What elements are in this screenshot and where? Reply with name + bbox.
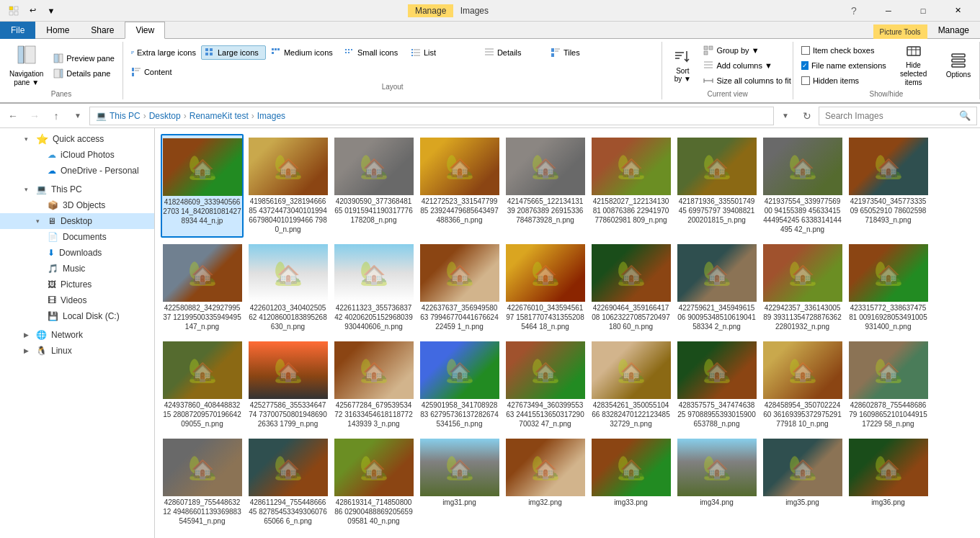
details-btn[interactable]: Details <box>481 45 545 60</box>
close-btn[interactable]: ✕ <box>941 0 974 22</box>
file-ext-checkbox[interactable]: ✓ <box>801 61 808 70</box>
file-item[interactable]: 🏡428607189_75544863212 49486601139369883… <box>161 435 244 529</box>
file-item[interactable]: 🏡421973540_34577333509 65052910 78602598… <box>847 134 930 238</box>
sidebar-item-documents[interactable]: 📄 Documents <box>0 229 154 245</box>
sidebar-item-quick-access[interactable]: ▾ ⭐ Quick access <box>0 131 154 147</box>
content-btn[interactable]: Content <box>128 65 192 79</box>
tab-picture-tools[interactable]: Picture Tools <box>873 24 927 39</box>
file-item[interactable]: 🏡428602878_75544868679 16098652101044915… <box>847 338 930 432</box>
medium-icons-btn[interactable]: Medium icons <box>267 45 339 60</box>
file-item[interactable]: 🏡424937860_40844883215 28087209570196642… <box>161 338 244 432</box>
tab-share[interactable]: Share <box>80 22 125 39</box>
sidebar-item-videos[interactable]: 🎞 Videos <box>0 292 154 308</box>
sidebar-item-3d[interactable]: 📦 3D Objects <box>0 197 154 213</box>
file-item[interactable]: 🏡428611294_75544866645 82785453349306076… <box>246 435 329 529</box>
file-item[interactable]: 🏡422637637_35694958063 79946770441676624… <box>418 241 501 335</box>
file-item[interactable]: 🏡425277586_35533464774 73700750801948690… <box>246 338 329 432</box>
file-item[interactable]: 🏡423315772_33863747581 00916928053491005… <box>847 241 930 335</box>
sidebar-item-desktop[interactable]: ▾ 🖥 Desktop <box>0 213 154 229</box>
group-by-btn[interactable]: Group by ▼ <box>700 43 794 58</box>
file-item[interactable]: 🏡422690464_35916641708 10623227085720497… <box>589 241 672 335</box>
hidden-items-checkbox[interactable] <box>801 76 810 85</box>
file-item[interactable]: 🏡420390590_37736848165 01915941190317776… <box>332 134 415 238</box>
hidden-items-btn[interactable]: Hidden items <box>798 73 886 88</box>
address-this-pc[interactable]: This PC <box>110 111 141 121</box>
item-check-checkbox[interactable] <box>801 46 810 55</box>
sidebar-item-this-pc[interactable]: ▾ 💻 This PC <box>0 181 154 197</box>
file-item[interactable]: 🏡422611323_35573683742 40206205152968039… <box>332 241 415 335</box>
file-item[interactable]: 🏡img36.png <box>847 435 930 529</box>
small-icons-btn[interactable]: Small icons <box>341 45 406 60</box>
size-columns-btn[interactable]: Size all columns to fit <box>700 73 794 88</box>
file-item[interactable]: 🏡422942357_33614300589 39311354728876362… <box>761 241 844 335</box>
options-btn[interactable]: Options <box>942 43 975 86</box>
sidebar-item-linux[interactable]: ▶ 🐧 Linux <box>0 343 154 359</box>
file-item[interactable]: 🏡427673494_36039955363 24415513650317290… <box>504 338 587 432</box>
sidebar-item-local-disk[interactable]: 💾 Local Disk (C:) <box>0 308 154 324</box>
preview-pane-btn[interactable]: Preview pane <box>50 51 118 66</box>
file-item[interactable]: 🏡425901958_34170892883 62795736137282674… <box>418 338 501 432</box>
large-icons-btn[interactable]: Large icons <box>201 45 266 60</box>
file-item[interactable]: 🏡422676010_34359456197 15817707431355208… <box>504 241 587 335</box>
list-btn[interactable]: List <box>407 45 479 60</box>
file-item[interactable]: 🏡421937554_33997756900 94155389 45633415… <box>761 134 844 238</box>
file-item[interactable]: 🏡422601203_34040250562 41208600183895268… <box>246 241 329 335</box>
file-item[interactable]: 🏡419856169_32819466685 43724473040101994… <box>246 134 329 238</box>
navigation-pane-btn[interactable]: Navigationpane ▼ <box>4 44 48 87</box>
file-item[interactable]: 🏡img34.png <box>675 435 758 529</box>
item-checkboxes-btn[interactable]: Item check boxes <box>798 43 886 58</box>
file-item[interactable]: 🏡421871936_33550174945 69975797 39408821… <box>675 134 758 238</box>
file-item[interactable]: 🏡img32.png <box>504 435 587 529</box>
file-item[interactable]: 🏡img33.png <box>589 435 672 529</box>
file-item[interactable]: 🏡421272523_33154779985 23924479685643497… <box>418 134 501 238</box>
file-ext-btn[interactable]: ✓ File name extensions <box>798 58 886 73</box>
file-item[interactable]: 🏡428458954_35070222460 36169395372975291… <box>761 338 844 432</box>
forward-btn[interactable]: → <box>24 106 45 126</box>
onedrive-icon: ☁ <box>48 166 56 176</box>
file-item[interactable]: 🏡428619314_71485080086 02900488869205659… <box>332 435 415 529</box>
address-images[interactable]: Images <box>257 111 285 121</box>
help-btn[interactable]: ? <box>837 0 870 22</box>
file-item[interactable]: 🏡422580882_34292799537 12199500335949495… <box>161 241 244 335</box>
sidebar-item-music[interactable]: 🎵 Music <box>0 261 154 277</box>
sort-by-btn[interactable]: Sortby ▼ <box>667 44 698 87</box>
address-desktop[interactable]: Desktop <box>149 111 181 121</box>
file-item[interactable]: 🏡425677284_67953953472 31633454618118772… <box>332 338 415 432</box>
maximize-btn[interactable]: □ <box>906 0 940 22</box>
search-box[interactable]: 🔍 <box>819 107 977 125</box>
tiles-btn[interactable]: Tiles <box>547 45 619 60</box>
search-input[interactable] <box>825 111 959 121</box>
file-item[interactable]: 🏡img31.png <box>418 435 501 529</box>
back-btn[interactable]: ← <box>3 106 23 126</box>
file-item[interactable]: 🏡428357575_34747463825 97088955393015900… <box>675 338 758 432</box>
refresh-btn[interactable]: ↻ <box>797 106 817 126</box>
address-bar[interactable]: 💻 This PC › Desktop › RenameKit test › I… <box>89 107 774 125</box>
file-item[interactable]: 🏡418248609_3339405662703 14_842081081427… <box>161 134 244 238</box>
sidebar-item-onedrive[interactable]: ☁ OneDrive - Personal <box>0 163 154 179</box>
add-columns-btn[interactable]: Add columns ▼ <box>700 58 794 73</box>
file-item[interactable]: 🏡421475665_12213413139 20876389 26915336… <box>504 134 587 238</box>
sidebar-item-network[interactable]: ▶ 🌐 Network <box>0 327 154 343</box>
tab-home[interactable]: Home <box>35 22 80 39</box>
file-item[interactable]: 🏡428354261_35005510466 83282470122123485… <box>589 338 672 432</box>
address-dropdown-btn[interactable]: ▼ <box>775 106 796 126</box>
sidebar-item-pictures[interactable]: 🖼 Pictures <box>0 277 154 292</box>
undo-btn[interactable]: ↩ <box>24 3 40 19</box>
tab-manage[interactable]: Manage <box>927 22 980 39</box>
extra-large-icons-btn[interactable]: Extra large icons <box>128 45 200 60</box>
file-item[interactable]: 🏡422759621_34594961506 90095348510619041… <box>675 241 758 335</box>
recent-btn[interactable]: ▼ <box>68 106 88 126</box>
details-pane-btn[interactable]: Details pane <box>50 66 118 81</box>
hide-selected-btn[interactable]: Hide selecteditems <box>888 43 939 86</box>
file-item[interactable]: 🏡421582027_12213413081 00876386 22941970… <box>589 134 672 238</box>
up-btn[interactable]: ↑ <box>46 106 66 126</box>
tab-file[interactable]: File <box>0 22 35 39</box>
minimize-btn[interactable]: ─ <box>872 0 905 22</box>
dropdown-btn[interactable]: ▼ <box>43 3 59 19</box>
address-renamekit[interactable]: RenameKit test <box>190 111 249 121</box>
file-name: 422601203_34040250562 41208600183895268 … <box>249 303 328 331</box>
sidebar-item-downloads[interactable]: ⬇ Downloads <box>0 245 154 261</box>
tab-view[interactable]: View <box>125 22 165 39</box>
sidebar-item-icloud[interactable]: ☁ iCloud Photos <box>0 147 154 163</box>
file-item[interactable]: 🏡img35.png <box>761 435 844 529</box>
